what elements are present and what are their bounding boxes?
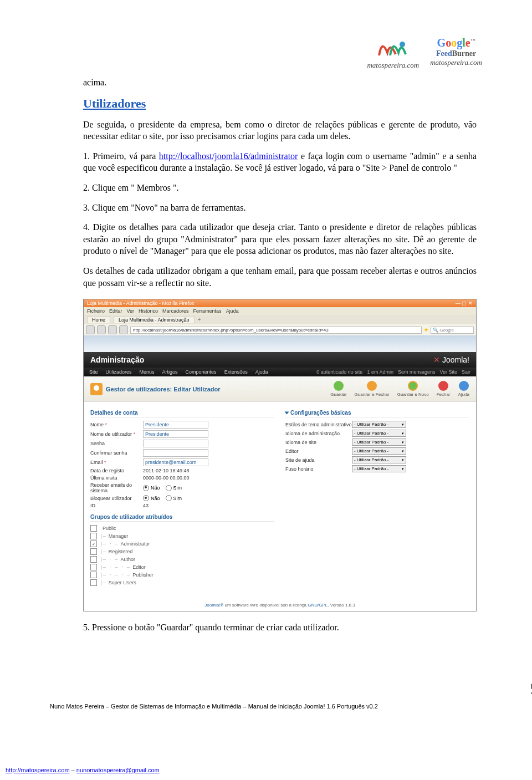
firefox-menubar: FicheiroEditarVerHistóricoMarcadoresFerr… [84,307,476,315]
group-checkbox[interactable] [90,533,97,539]
name-input[interactable]: Presidente [143,421,208,429]
feedburner-text: FeedBurner [436,49,476,58]
user-icon [90,383,103,395]
step-5: 5. Pressione o botão "Guardar" quando te… [83,621,477,634]
admin-menu-item[interactable]: Extensões [224,369,248,375]
group-row[interactable]: |— Registered [90,548,274,555]
group-row[interactable]: ✓|— · — Administrator [90,541,274,547]
page-footer: Nuno Matos Pereira – Gestor de Sistemas … [50,703,482,710]
help-button[interactable]: Ajuda [458,381,469,397]
firefox-menu-item[interactable]: Ficheiro [87,308,105,314]
save-new-button[interactable]: Guardar e Novo [397,381,429,397]
admin-menu-item[interactable]: Site [89,369,98,375]
back-icon[interactable] [86,325,95,334]
admin-menu-item[interactable]: Ajuda [255,369,268,375]
receive-emails-yes[interactable]: Sim [166,485,182,491]
config-select[interactable]: - Utilizar Padrão - [352,465,406,472]
forward-icon[interactable] [97,325,106,334]
firefox-menu-item[interactable]: Marcadores [162,308,189,314]
config-row: Site de ajuda- Utilizar Padrão - [285,456,469,463]
group-row[interactable]: |— · — · — Publisher [90,572,274,578]
intro-paragraph: De seguida, o presidente da empresa, bem… [83,119,477,142]
config-select[interactable]: - Utilizar Padrão - [352,421,406,428]
firefox-menu-item[interactable]: Histórico [139,308,158,314]
home-icon[interactable] [119,325,128,334]
logo-caption-2: matospereira.com [430,58,482,67]
disclosure-icon[interactable] [285,411,289,414]
group-checkbox[interactable] [90,525,97,532]
firefox-menu-item[interactable]: Ver [127,308,135,314]
group-row[interactable]: |— · — Author [90,556,274,563]
intro-word: acima. [83,77,477,89]
receive-emails-no[interactable]: Não [143,485,160,491]
firefox-menu-item[interactable]: Ajuda [226,308,239,314]
config-row: Estilos de tema administrativo- Utilizar… [285,421,469,428]
admin-header: Administração ✕ Joomla! [84,352,476,368]
logo-google: Google™ FeedBurner matospereira.com [430,37,482,67]
svg-point-0 [400,42,405,47]
mp-logo-icon [374,33,412,61]
admin-menu-item[interactable]: Utilizadores [106,369,132,375]
firefox-home-tab[interactable]: Home [87,316,110,323]
username-input[interactable]: Presidente [143,430,208,438]
search-box[interactable]: 🔍 Google [431,327,474,334]
firefox-menu-item[interactable]: Ferramentas [193,308,222,314]
config-row: Editor- Utilizar Padrão - [285,447,469,455]
header-logos: matospereira.com Google™ FeedBurner mato… [50,33,482,70]
group-row[interactable]: |— Manager [90,533,274,539]
close-button[interactable]: Fechar [437,381,451,397]
config-select[interactable]: - Utilizar Padrão - [352,439,406,446]
reload-icon[interactable] [108,325,117,334]
admin-status-item[interactable]: Sair [462,369,470,375]
group-checkbox[interactable] [90,572,97,578]
group-checkbox[interactable] [90,548,97,555]
admin-status-item[interactable]: Ver Site [439,369,457,375]
admin-menu-item[interactable]: Menus [140,369,155,375]
admin-menu-item[interactable]: Artigos [162,369,178,375]
screenshot-footer: Joomla!® um software livre disponível so… [84,593,476,611]
admin-status-item[interactable]: 0 autenticado no site [316,369,362,375]
firefox-titlebar: Loja Multimedia - Administração - Mozill… [84,299,476,307]
admin-status-item[interactable]: Sem mensagens [398,369,436,375]
config-select[interactable]: - Utilizar Padrão - [352,447,406,455]
config-row: Idioma de site- Utilizar Padrão - [285,439,469,446]
editor-header: Gestor de utilizadores: Editar Utilizado… [84,376,476,402]
firefox-navbar: http://localhost/joomla16/administrator/… [84,324,476,335]
block-user-yes[interactable]: Sim [166,495,182,501]
firefox-menu-item[interactable]: Editar [109,308,122,314]
admin-menu-item[interactable]: Componentes [186,369,217,375]
config-select[interactable]: - Utilizar Padrão - [352,456,406,463]
save-button[interactable]: Guardar [330,381,346,397]
google-text: Google™ [437,37,475,49]
section-heading: Utilizadores [83,96,477,111]
group-checkbox[interactable]: ✓ [90,541,97,547]
group-checkbox[interactable] [90,564,97,570]
config-select[interactable]: - Utilizar Padrão - [352,430,406,437]
address-bar[interactable]: http://localhost/joomla16/administrator/… [130,327,422,334]
step-3: 3. Clique em "Novo" na barra de ferramen… [83,202,477,214]
group-checkbox[interactable] [90,556,97,563]
step-4: 4. Digite os detalhes para cada utilizad… [83,221,477,289]
banner-image [84,335,476,352]
editor-right-column: Configurações básicas Estilos de tema ad… [285,407,469,587]
block-user-no[interactable]: Não [143,495,160,501]
admin-menubar: SiteUtilizadoresMenusArtigosComponentesE… [84,368,476,376]
step-2: 2. Clique em " Membros ". [83,182,477,194]
admin-status-item[interactable]: 1 em Admin [367,369,393,375]
group-checkbox[interactable] [90,579,97,586]
logo-mp: matospereira.com [367,33,419,70]
email-input[interactable]: presidente@email.com [143,458,208,466]
firefox-active-tab[interactable]: Loja Multimedia - Administração [114,316,195,323]
editor-toolbar: Guardar Guardar e Fechar Guardar e Novo … [330,381,469,397]
confirm-password-input[interactable] [143,449,208,457]
config-row: Idioma de administração- Utilizar Padrão… [285,430,469,437]
group-row[interactable]: Public [90,525,274,532]
password-input[interactable] [143,440,208,447]
page-number: Página15 [529,683,532,715]
group-row[interactable]: |— · — · — Editor [90,564,274,570]
save-close-button[interactable]: Guardar e Fechar [355,381,390,397]
group-row[interactable]: |— Super Users [90,579,274,586]
config-row: Fuso horário- Utilizar Padrão - [285,465,469,472]
admin-url-link[interactable]: http://localhost/joomla16/administrator [159,151,298,161]
joomla-logo: ✕ Joomla! [433,355,469,364]
